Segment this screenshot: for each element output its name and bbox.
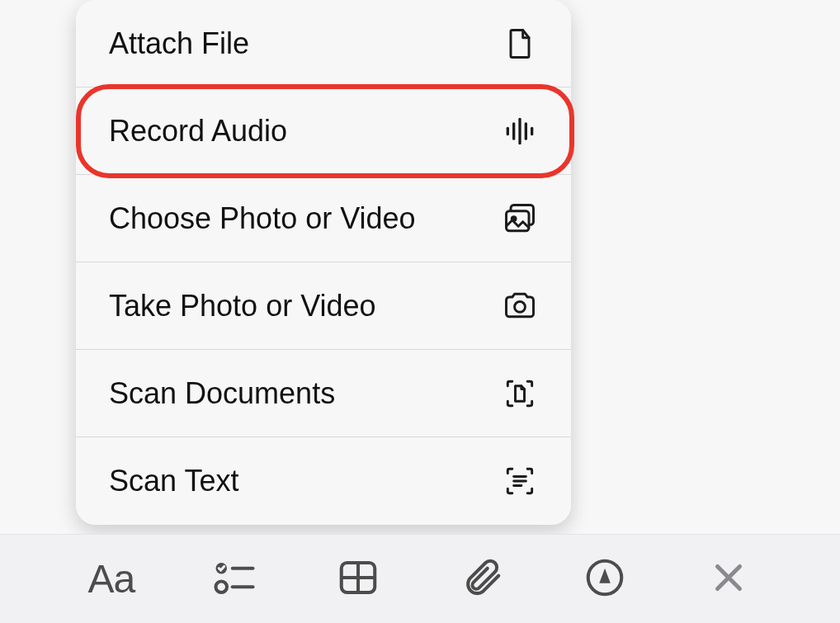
aa-icon: Aa [87, 556, 134, 602]
file-icon [502, 26, 538, 62]
menu-item-attach-file[interactable]: Attach File [76, 0, 571, 87]
camera-icon [502, 288, 538, 324]
waveform-icon [502, 113, 538, 149]
menu-item-label: Choose Photo or Video [109, 201, 416, 236]
text-format-button[interactable]: Aa [78, 546, 144, 612]
markup-icon [583, 555, 627, 603]
menu-item-scan-documents[interactable]: Scan Documents [76, 350, 571, 437]
svg-rect-6 [507, 210, 530, 230]
menu-item-choose-photo[interactable]: Choose Photo or Video [76, 175, 571, 262]
menu-item-record-audio[interactable]: Record Audio [76, 87, 571, 175]
menu-item-label: Scan Text [109, 464, 238, 498]
menu-item-label: Scan Documents [109, 376, 335, 411]
close-button[interactable] [696, 546, 762, 612]
scan-doc-icon [502, 375, 538, 412]
table-button[interactable] [325, 546, 391, 612]
gallery-icon [502, 201, 538, 237]
svg-point-13 [216, 581, 228, 592]
menu-item-label: Attach File [109, 26, 249, 61]
menu-item-take-photo[interactable]: Take Photo or Video [76, 262, 571, 350]
table-icon [336, 555, 380, 603]
paperclip-icon [460, 555, 504, 603]
svg-point-8 [515, 301, 526, 312]
bottom-toolbar: Aa [0, 534, 840, 623]
menu-item-label: Take Photo or Video [109, 289, 376, 323]
attachment-menu: Attach File Record Audio [76, 0, 571, 525]
checklist-icon [212, 555, 257, 603]
menu-item-label: Record Audio [109, 114, 287, 149]
checklist-button[interactable] [201, 546, 267, 612]
menu-item-scan-text[interactable]: Scan Text [76, 437, 571, 525]
attach-button[interactable] [449, 546, 515, 612]
scan-text-icon [502, 463, 538, 499]
markup-button[interactable] [572, 546, 638, 612]
close-icon [706, 555, 751, 603]
